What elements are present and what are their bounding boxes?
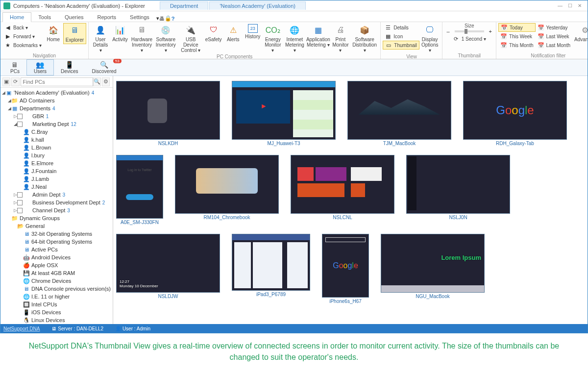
size-plus-button[interactable]: + [487,28,494,34]
tree-item[interactable]: 🐧Linux Devices [0,316,113,324]
home-button[interactable]: 🏠Home [44,23,63,43]
thumbnail[interactable]: RM104_Chromebook [175,155,279,220]
subtab-users[interactable]: 👥Users [26,59,54,75]
thumbnail[interactable]: NSLKDH [116,81,220,146]
filter-yesterday-button[interactable]: 📅Yesterday [536,23,572,32]
filter-last-week-button[interactable]: 📅Last Week [536,32,572,41]
close-button[interactable]: ✕ [575,3,585,8]
energy-monitor-button[interactable]: CO₂Energy Monitor ▾ [263,23,283,54]
view-icon-button[interactable]: ▦Icon [383,32,419,41]
history-button[interactable]: 23History [243,23,263,40]
thumbnail[interactable]: iPad3_P6789 [232,234,310,297]
tree-item[interactable]: 👤l.bury [0,151,113,159]
tree-item[interactable]: 👤J.Neal [0,183,113,191]
search-button[interactable]: 🔍 [93,77,101,86]
filter-button[interactable]: ⚙ [102,77,110,86]
subtab-devices[interactable]: 📱Devices [54,60,85,75]
tree-item[interactable]: 👤J.Fountain [0,167,113,175]
software-distribution-button[interactable]: 📦Software Distribution ▾ [351,23,378,54]
tree-item[interactable]: 🖥64-bit Operating Systems [0,238,113,246]
alerts-button[interactable]: ⚠Alerts [223,23,243,43]
usb-control-button[interactable]: 🔌USB Device Control ▾ [178,23,204,54]
tree-item[interactable]: ◢▦Departments4 [0,104,113,112]
filter-today-button[interactable]: 📅Today [498,23,535,32]
tree-item[interactable]: 🖥DNA Console previous version(s) [0,285,113,293]
tree-item[interactable]: 👤L.Brown [0,144,113,151]
tree-item[interactable]: ◢📁AD Containers [0,97,113,104]
tree-item[interactable]: ▷Business Development Dept2 [0,199,113,206]
lock-icon[interactable]: 🔒 [165,15,172,22]
back-button[interactable]: ◀Back ▾ [2,23,44,32]
tree-item[interactable]: 👤C.Bray [0,128,113,136]
subtab-discovered[interactable]: 🔍Discovered53 [85,60,123,75]
refresh-interval-button[interactable]: ⟳1 Second ▾ [451,34,488,43]
tree-item[interactable]: 🖥32-bit Operating Systems [0,230,113,238]
print-monitor-button[interactable]: 🖨Print Monitor ▾ [330,23,351,54]
thumbnail[interactable]: MJ_Huawei-T3 [232,81,336,146]
filter-last-month-button[interactable]: 📅Last Month [536,41,572,50]
tree-item[interactable]: 👤E.Elmore [0,159,113,167]
tree-item[interactable]: 🍎Apple OSX [0,261,113,269]
tree-collapse-button[interactable]: ▣ [2,77,10,86]
tree-item[interactable]: 🌐I.E. 11 or higher [0,293,113,301]
tree-item[interactable]: ▷GBR1 [0,112,113,120]
maximize-button[interactable]: ☐ [565,3,575,8]
product-link[interactable]: NetSupport DNA [3,326,40,331]
tree-item[interactable]: 📂General [0,222,113,230]
size-label: Size [465,23,474,28]
application-metering-button[interactable]: ▦Application Metering ▾ [306,23,330,49]
tree-item[interactable]: 🖥Active PCs [0,246,113,253]
context-tab-org[interactable]: 'Nealson Academy' (Evaluation) [209,1,306,10]
tree-item[interactable]: ▷Admin Dept3 [0,191,113,199]
hardware-inventory-button[interactable]: 🖥Hardware Inventory ▾ [130,23,154,54]
filter-this-week-button[interactable]: 📅This Week [498,32,535,41]
tree-item[interactable]: 📱iOS Devices [0,308,113,316]
esafety-button[interactable]: 🛡eSafety [204,23,223,43]
help-icon[interactable]: ? [172,16,175,22]
print-icon[interactable]: 🖶 [159,16,165,22]
view-details-button[interactable]: ☰Details [383,23,419,32]
tree-item[interactable]: 🔲Intel CPUs [0,301,113,308]
tree-item[interactable]: 💾At least 4GB RAM [0,269,113,277]
tree-item[interactable]: ◢Marketing Dept12 [0,120,113,128]
thumbnail[interactable]: TJM_MacBook [347,81,451,146]
ribbon-tab-reports[interactable]: Reports [91,13,123,22]
activity-button[interactable]: 📊Activity [110,23,130,43]
thumbnail[interactable]: GoogleRDH_Galaxy-Tab [463,81,567,146]
tree-refresh-button[interactable]: ⟳ [11,77,19,86]
subtab-pcs[interactable]: 🖥PCs [3,60,26,75]
user-details-button[interactable]: 👤User Details ▾ [91,23,110,54]
filter-advanced-button[interactable]: ⚙Advanced [572,23,588,43]
filter-this-month-button[interactable]: 📅This Month [498,41,535,50]
thumbnail-area: NSLKDHMJ_Huawei-T3TJM_MacBookGoogleRDH_G… [113,76,588,324]
size-minus-button[interactable]: – [444,28,451,34]
thumbnail[interactable]: Lorem IpsumNGU_MacBook [381,234,485,299]
thumbnail[interactable]: NSLJ0N [406,155,510,220]
ribbon-tab-queries[interactable]: Queries [58,13,91,22]
search-input[interactable] [21,77,93,86]
ribbon-tab-tools[interactable]: Tools [31,13,58,22]
tree-item[interactable]: ◢▣'Nealson Academy' (Evaluation)4 [0,89,113,97]
minimize-button[interactable]: — [555,3,565,8]
software-inventory-button[interactable]: 💿Software Inventory ▾ [154,23,178,54]
tree-item[interactable]: ▷Channel Dept3 [0,206,113,214]
context-tab-department[interactable]: Department [160,1,208,10]
size-slider[interactable] [455,30,484,32]
tree-item[interactable]: 👤J.Lamb [0,175,113,183]
ribbon-tab-home[interactable]: Home [2,12,31,22]
explorer-button[interactable]: 🖥Explorer [63,23,86,44]
thumbnail[interactable]: 12:27Monday 10 DecemberNSLDJW [116,234,220,299]
tree-item[interactable]: 📁Dynamic Groups [0,214,113,222]
thumbnail[interactable]: Log in to TwitterA0E_SM-J330FN [116,155,163,225]
forward-button[interactable]: ▶Forward ▾ [2,32,44,41]
bookmarks-button[interactable]: ★Bookmarks ▾ [2,41,44,50]
ribbon-tab-settings[interactable]: Settings [123,13,156,22]
thumbnail[interactable]: NSLCNL [291,155,394,220]
display-options-button[interactable]: 🖵Display Options ▾ [419,23,440,54]
tree-item[interactable]: 🌐Chrome Devices [0,277,113,285]
view-thumbnail-button[interactable]: ▭Thumbnail [383,41,419,50]
internet-metering-button[interactable]: 🌐Internet Metering ▾ [283,23,306,54]
tree-item[interactable]: 👤k.hall [0,136,113,144]
thumbnail[interactable]: GoogleiPhone6s_H67 [322,234,369,304]
tree-item[interactable]: 🤖Android Devices [0,253,113,261]
